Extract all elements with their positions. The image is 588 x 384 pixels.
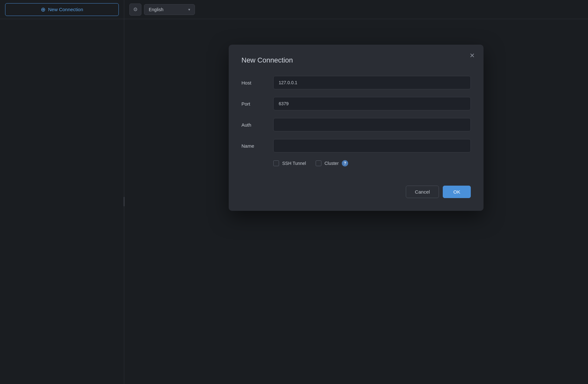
auth-input[interactable] <box>273 118 471 131</box>
gear-icon: ⚙ <box>133 6 138 12</box>
close-icon: ✕ <box>470 52 475 59</box>
port-row: Port <box>241 97 471 110</box>
language-dropdown[interactable]: English ▾ <box>144 4 195 15</box>
settings-button[interactable]: ⚙ <box>129 4 141 16</box>
checkboxes-row: SSH Tunnel Cluster ? <box>273 160 471 166</box>
chevron-down-icon: ▾ <box>188 7 190 12</box>
host-label: Host <box>241 80 273 85</box>
resizer-handle <box>124 197 125 206</box>
new-connection-modal: New Connection ✕ Host Port Auth <box>229 45 484 211</box>
host-input[interactable] <box>273 76 471 89</box>
host-row: Host <box>241 76 471 89</box>
sidebar-resizer[interactable] <box>123 195 125 208</box>
modal-close-button[interactable]: ✕ <box>467 50 477 61</box>
name-label: Name <box>241 143 273 149</box>
content-area: New Connection ✕ Host Port Auth <box>124 19 588 384</box>
sidebar <box>0 19 124 384</box>
ssh-tunnel-label: SSH Tunnel <box>282 161 306 166</box>
language-label: English <box>149 7 163 12</box>
port-label: Port <box>241 101 273 107</box>
new-connection-label: New Connection <box>48 7 83 12</box>
modal-footer: Cancel OK <box>241 186 471 198</box>
cluster-label: Cluster <box>325 161 339 166</box>
plus-icon: ⊕ <box>41 6 46 13</box>
new-connection-button[interactable]: ⊕ New Connection <box>5 3 119 16</box>
auth-row: Auth <box>241 118 471 131</box>
cluster-checkbox-item[interactable]: Cluster ? <box>316 160 348 166</box>
sidebar-top: ⊕ New Connection <box>0 0 124 19</box>
ssh-tunnel-checkbox-item[interactable]: SSH Tunnel <box>273 160 306 166</box>
name-input[interactable] <box>273 139 471 152</box>
port-input[interactable] <box>273 97 471 110</box>
name-row: Name <box>241 139 471 152</box>
header-right: ⚙ English ▾ <box>124 0 200 19</box>
cluster-help-icon[interactable]: ? <box>342 160 348 166</box>
auth-label: Auth <box>241 122 273 128</box>
top-bar: ⊕ New Connection ⚙ English ▾ <box>0 0 588 19</box>
cancel-button[interactable]: Cancel <box>406 186 439 198</box>
modal-title: New Connection <box>241 56 471 64</box>
modal-backdrop: New Connection ✕ Host Port Auth <box>124 19 588 384</box>
ok-button[interactable]: OK <box>443 186 471 198</box>
cluster-checkbox[interactable] <box>316 160 321 166</box>
main-layout: New Connection ✕ Host Port Auth <box>0 19 588 384</box>
ssh-tunnel-checkbox[interactable] <box>273 160 279 166</box>
